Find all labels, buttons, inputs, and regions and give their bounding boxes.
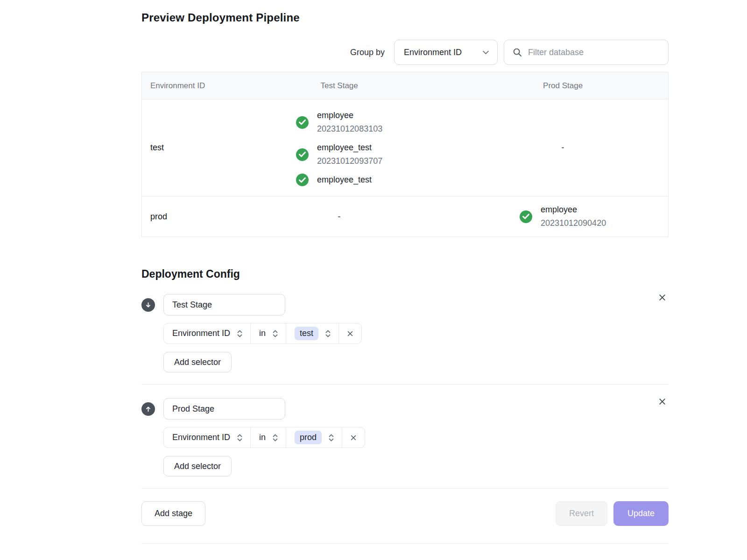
group-by-label: Group by — [350, 48, 385, 57]
chevron-up-down-icon — [324, 329, 331, 338]
entry-text: employee_test — [317, 173, 372, 187]
add-selector-button[interactable]: Add selector — [163, 352, 232, 372]
database-name: employee — [317, 109, 382, 122]
environment-id-cell: prod — [142, 203, 221, 230]
selector-value-select[interactable]: prod — [286, 427, 342, 448]
selector-field-value: Environment ID — [172, 433, 230, 442]
selector-value-badge: prod — [295, 431, 322, 444]
chevron-up-down-icon — [236, 329, 243, 338]
stage-header — [141, 398, 669, 420]
stage-header — [141, 294, 669, 315]
prod-stage-cell: employee 20231012090420 — [458, 203, 668, 230]
remove-selector-button[interactable] — [338, 323, 361, 343]
schema-version: 20231012090420 — [541, 217, 606, 230]
column-header-prod-stage: Prod Stage — [458, 81, 668, 91]
close-icon — [658, 293, 667, 302]
column-header-test-stage: Test Stage — [221, 81, 458, 91]
remove-selector-button[interactable] — [342, 427, 365, 448]
stage-entries: employee 20231012090420 — [520, 203, 606, 230]
move-stage-down-button[interactable] — [141, 298, 155, 312]
entry-text: employee 20231012083103 — [317, 109, 382, 136]
environment-id-cell: test — [142, 109, 221, 187]
group-by-selected-value: Environment ID — [404, 48, 462, 57]
stage-entries: employee 20231012083103 employee_test 20… — [296, 109, 382, 187]
chevron-up-down-icon — [272, 434, 279, 442]
selector-field-select[interactable]: Environment ID — [164, 427, 250, 448]
selector-operator-select[interactable]: in — [250, 323, 286, 343]
revert-button[interactable]: Revert — [556, 501, 607, 526]
divider — [141, 488, 669, 489]
selector-rule: Environment ID in test — [163, 323, 362, 344]
schema-version: 20231012083103 — [317, 122, 382, 136]
selector-operator-value: in — [259, 433, 266, 442]
success-check-icon — [296, 174, 309, 186]
empty-stage-placeholder: - — [338, 212, 341, 222]
add-stage-button[interactable]: Add stage — [141, 501, 205, 526]
close-icon — [349, 434, 358, 442]
remove-stage-button[interactable] — [656, 291, 669, 304]
schema-version: 20231012093707 — [317, 154, 382, 168]
config-footer: Add stage Revert Update — [141, 501, 669, 526]
update-button[interactable]: Update — [613, 501, 669, 526]
column-header-environment-id: Environment ID — [142, 81, 221, 91]
selector-operator-value: in — [259, 329, 266, 338]
selector-value-badge: test — [295, 327, 318, 340]
table-row: prod - employee 20231012090420 — [142, 196, 668, 237]
stage-config-test: Environment ID in test — [141, 294, 669, 372]
entry-text: employee_test 20231012093707 — [317, 141, 382, 168]
deployment-entry: employee 20231012090420 — [520, 203, 606, 230]
stage-name-input[interactable] — [163, 294, 285, 315]
filter-database-input[interactable] — [528, 48, 661, 57]
divider — [141, 543, 669, 544]
main-content: Preview Deployment Pipeline Group by Env… — [141, 11, 669, 544]
entry-text: employee 20231012090420 — [541, 203, 606, 230]
table-controls: Group by Environment ID — [141, 40, 669, 65]
test-stage-cell: - — [221, 203, 458, 230]
chevron-up-down-icon — [236, 434, 243, 442]
page-title: Preview Deployment Pipeline — [141, 11, 669, 24]
stage-config-prod: Environment ID in prod — [141, 398, 669, 476]
chevron-up-down-icon — [272, 329, 279, 338]
filter-database-field[interactable] — [504, 40, 669, 65]
divider — [141, 384, 669, 385]
group-by-select[interactable]: Environment ID — [394, 40, 498, 65]
test-stage-cell: employee 20231012083103 employee_test 20… — [221, 109, 458, 187]
success-check-icon — [520, 210, 532, 223]
deployment-entry: employee_test — [296, 173, 372, 187]
success-check-icon — [296, 148, 309, 161]
table-row: test employee 20231012083103 — [142, 99, 668, 196]
remove-stage-button[interactable] — [656, 395, 669, 408]
database-name: employee_test — [317, 173, 372, 187]
arrow-down-icon — [145, 301, 152, 308]
stage-name-input[interactable] — [163, 398, 285, 420]
success-check-icon — [296, 116, 309, 129]
move-stage-up-button[interactable] — [141, 402, 155, 416]
selector-field-value: Environment ID — [172, 329, 230, 338]
prod-stage-cell: - — [458, 109, 668, 187]
database-name: employee — [541, 203, 606, 217]
deployment-entry: employee 20231012083103 — [296, 109, 382, 136]
arrow-up-icon — [145, 406, 152, 413]
close-icon — [346, 329, 354, 338]
pipeline-table-header: Environment ID Test Stage Prod Stage — [142, 72, 668, 99]
deployment-config-title: Deployment Config — [141, 268, 669, 280]
selector-rule: Environment ID in prod — [163, 427, 365, 448]
selector-field-select[interactable]: Environment ID — [164, 323, 250, 343]
search-icon — [513, 48, 522, 57]
database-name: employee_test — [317, 141, 382, 154]
add-selector-button[interactable]: Add selector — [163, 456, 232, 476]
empty-stage-placeholder: - — [562, 143, 564, 153]
close-icon — [658, 397, 667, 406]
chevron-up-down-icon — [328, 434, 335, 442]
pipeline-table: Environment ID Test Stage Prod Stage tes… — [141, 72, 669, 237]
selector-operator-select[interactable]: in — [250, 427, 286, 448]
chevron-down-icon — [482, 49, 490, 56]
deployment-entry: employee_test 20231012093707 — [296, 141, 382, 168]
selector-value-select[interactable]: test — [286, 323, 338, 343]
